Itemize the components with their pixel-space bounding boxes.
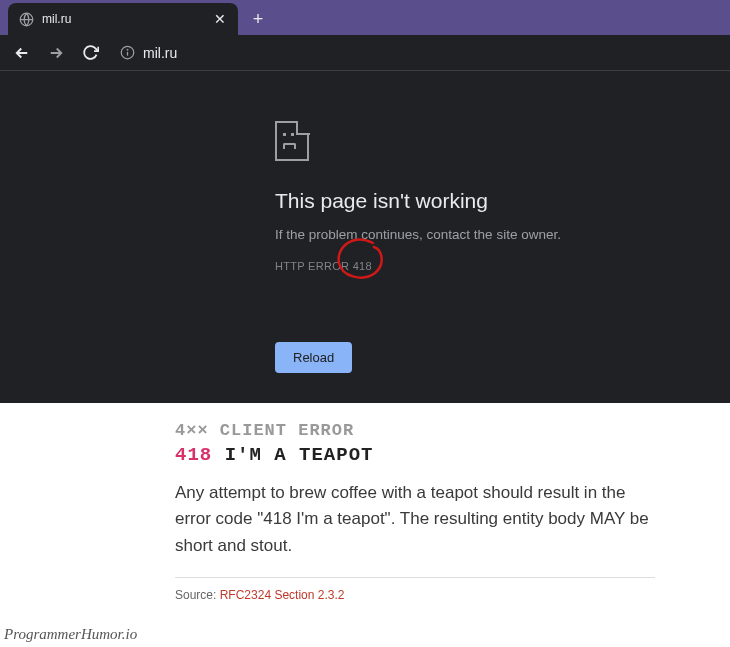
reload-button[interactable] xyxy=(76,39,104,67)
error-name-line: 418 I'M A TEAPOT xyxy=(175,444,655,466)
info-icon[interactable] xyxy=(120,45,135,60)
status-code: 418 xyxy=(175,444,212,466)
watermark: ProgrammerHumor.io xyxy=(4,626,137,643)
rfc-section: 4×× CLIENT ERROR 418 I'M A TEAPOT Any at… xyxy=(0,403,730,612)
forward-button[interactable] xyxy=(42,39,70,67)
dead-page-icon xyxy=(275,121,309,161)
new-tab-button[interactable]: + xyxy=(244,5,272,33)
browser-tab[interactable]: mil.ru ✕ xyxy=(8,3,238,35)
back-button[interactable] xyxy=(8,39,36,67)
error-category: 4×× CLIENT ERROR xyxy=(175,421,655,440)
chrome-error-page: This page isn't working If the problem c… xyxy=(0,71,730,403)
reload-page-button[interactable]: Reload xyxy=(275,342,352,373)
rfc-link[interactable]: RFC2324 Section 2.3.2 xyxy=(220,588,345,602)
globe-icon xyxy=(18,11,34,27)
divider xyxy=(175,577,655,578)
source-label: Source: xyxy=(175,588,220,602)
status-name: I'M A TEAPOT xyxy=(225,444,374,466)
tab-bar: mil.ru ✕ + xyxy=(0,0,730,35)
svg-point-3 xyxy=(127,49,128,50)
address-bar: mil.ru xyxy=(0,35,730,71)
close-icon[interactable]: ✕ xyxy=(212,11,228,27)
rfc-description: Any attempt to brew coffee with a teapot… xyxy=(175,480,655,559)
error-title: This page isn't working xyxy=(275,189,695,213)
rfc-source: Source: RFC2324 Section 2.3.2 xyxy=(175,588,655,602)
url-text: mil.ru xyxy=(143,45,177,61)
error-subtitle: If the problem continues, contact the si… xyxy=(275,227,695,242)
browser-chrome: mil.ru ✕ + mil.ru xyxy=(0,0,730,71)
error-code: HTTP ERROR 418 xyxy=(275,260,695,272)
url-field[interactable]: mil.ru xyxy=(110,39,722,67)
tab-title: mil.ru xyxy=(42,12,204,26)
